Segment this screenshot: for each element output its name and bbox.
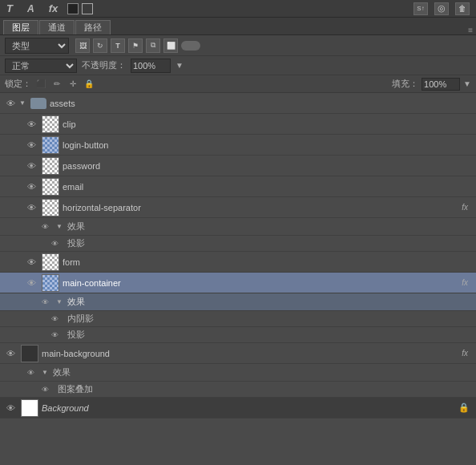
layer-list: 👁 ▼ assets 👁 clip 👁 login-button 👁 passw…	[0, 93, 476, 438]
effect-shadow-1-label: 投影	[67, 237, 85, 249]
fill-label: 填充：	[392, 78, 418, 90]
layer-item-main-background[interactable]: 👁 main-background fx	[0, 343, 476, 364]
expand-effect-1[interactable]: ▼	[54, 222, 64, 232]
filter-copy-icon[interactable]: ⧉	[146, 38, 160, 53]
opacity-arrow[interactable]: ▼	[175, 61, 184, 70]
thumb-form	[42, 253, 59, 271]
lock-move-icon[interactable]: ✛	[67, 78, 79, 91]
blend-row: 正常 不透明度： ▼	[0, 56, 476, 75]
pattern-label: 图案叠加	[58, 383, 93, 395]
tab-bar: 图层 通道 路径 ≡	[0, 18, 476, 35]
toolbar-rect-swatch[interactable]	[82, 3, 93, 14]
toolbar-right-icons: S↑ ◎ 🗑	[413, 2, 470, 15]
layer-name-background: Background	[42, 403, 458, 413]
toolbar-fx: fx	[49, 2, 58, 14]
expand-assets[interactable]: ▼	[18, 99, 27, 108]
sub-eye-effect-3[interactable]: 👁	[24, 366, 37, 379]
filter-shape-icon[interactable]: ⬜	[163, 38, 178, 53]
opacity-input[interactable]	[131, 59, 171, 73]
inner-shadow-label: 内阴影	[67, 313, 94, 325]
blend-mode-select[interactable]: 正常	[5, 59, 77, 73]
folder-icon-assets	[30, 98, 46, 109]
top-toolbar: T A fx S↑ ◎ 🗑	[0, 0, 476, 18]
effect-label-2: 效果	[67, 296, 85, 308]
toolbar-bold-a: A	[27, 3, 34, 14]
layer-item-background[interactable]: 👁 Background 🔒	[0, 398, 476, 418]
lock-position-icon[interactable]: ✏	[50, 78, 63, 91]
filter-refresh-icon[interactable]: ↻	[93, 38, 107, 53]
lock-label: 锁定：	[5, 78, 31, 90]
fill-input[interactable]	[422, 78, 460, 91]
layer-item-pattern[interactable]: 👁 图案叠加	[0, 382, 476, 398]
eye-icon-email[interactable]: 👁	[24, 180, 38, 194]
layer-item-effect-group-3[interactable]: 👁 ▼ 效果	[0, 364, 476, 382]
layer-name-main-background: main-background	[42, 349, 462, 358]
layer-item-clip[interactable]: 👁 clip	[0, 114, 476, 135]
eye-icon-background[interactable]: 👁	[3, 401, 18, 415]
filter-text-icon[interactable]: T	[111, 38, 125, 53]
eye-icon-login-button[interactable]: 👁	[24, 138, 38, 152]
lock-pixels-icon[interactable]: ⬛	[34, 78, 47, 91]
layer-name-clip: clip	[63, 119, 473, 129]
layer-name-password: password	[63, 161, 473, 171]
filter-row: 类型 🖼 ↻ T ⚑ ⧉ ⬜	[0, 35, 476, 56]
eye-icon-h-sep[interactable]: 👁	[24, 200, 38, 215]
filter-type-select[interactable]: 类型	[5, 38, 69, 54]
expand-effect-3[interactable]: ▼	[40, 368, 50, 378]
filter-flag-icon[interactable]: ⚑	[128, 38, 143, 53]
fill-arrow[interactable]: ▼	[463, 79, 471, 88]
sub-eye-inner-shadow[interactable]: 👁	[48, 313, 61, 326]
toolbar-s1-button[interactable]: S↑	[413, 2, 428, 15]
layer-item-effect-group-2[interactable]: 👁 ▼ 效果	[0, 293, 476, 311]
layer-name-main-container: main-container	[63, 278, 462, 288]
eye-icon-main-background[interactable]: 👁	[3, 346, 18, 361]
layer-item-form[interactable]: 👁 form	[0, 252, 476, 273]
layer-name-login-button: login-button	[63, 140, 473, 150]
layer-item-email[interactable]: 👁 email	[0, 176, 476, 197]
layer-item-effect-shadow-2[interactable]: 👁 投影	[0, 327, 476, 343]
sub-eye-effect-1[interactable]: 👁	[38, 220, 51, 233]
opacity-label: 不透明度：	[82, 59, 126, 71]
layer-name-email: email	[63, 182, 473, 192]
eye-icon-assets[interactable]: 👁	[3, 96, 18, 111]
toolbar-italic-t: T	[6, 2, 13, 14]
eye-icon-form[interactable]: 👁	[24, 255, 38, 269]
fx-badge-h-sep: fx	[462, 203, 468, 212]
lock-background-icon: 🔒	[458, 402, 470, 413]
layer-name-h-sep: horizontal-separator	[63, 203, 462, 212]
layer-item-effect-shadow-1[interactable]: 👁 投影	[0, 236, 476, 252]
layer-name-form: form	[63, 257, 473, 267]
layer-item-password[interactable]: 👁 password	[0, 156, 476, 176]
thumb-main-background	[21, 345, 38, 362]
filter-toggle[interactable]	[181, 41, 200, 51]
layer-item-effect-group-1[interactable]: 👁 ▼ 效果	[0, 218, 476, 236]
filter-image-icon[interactable]: 🖼	[75, 38, 90, 53]
thumb-main-container	[42, 274, 59, 292]
sub-eye-shadow-2[interactable]: 👁	[48, 329, 61, 342]
eye-icon-clip[interactable]: 👁	[24, 117, 38, 131]
toolbar-circle-button[interactable]: ◎	[434, 2, 449, 15]
tab-layers[interactable]: 图层	[3, 20, 38, 34]
tab-paths[interactable]: 路径	[75, 20, 111, 34]
toolbar-color-swatch[interactable]	[67, 3, 79, 14]
fx-badge-main-background: fx	[462, 349, 468, 358]
eye-icon-password[interactable]: 👁	[24, 159, 38, 173]
layer-item-main-container[interactable]: 👁 main-container fx	[0, 273, 476, 293]
layer-item-assets[interactable]: 👁 ▼ assets	[0, 93, 476, 114]
lock-all-icon[interactable]: 🔒	[83, 78, 95, 91]
layer-item-login-button[interactable]: 👁 login-button	[0, 135, 476, 156]
thumb-password	[42, 157, 59, 175]
panel-menu-icon[interactable]: ≡	[468, 26, 473, 34]
sub-eye-effect-2[interactable]: 👁	[38, 296, 51, 309]
sub-eye-shadow-1[interactable]: 👁	[48, 237, 61, 250]
eye-icon-main-container[interactable]: 👁	[24, 276, 38, 290]
layer-item-inner-shadow[interactable]: 👁 内阴影	[0, 311, 476, 327]
layer-item-horizontal-separator[interactable]: 👁 horizontal-separator fx	[0, 197, 476, 218]
thumb-h-sep	[42, 199, 59, 216]
effect-shadow-2-label: 投影	[67, 329, 85, 341]
thumb-email	[42, 178, 59, 196]
tab-channels[interactable]: 通道	[39, 20, 75, 34]
expand-effect-2[interactable]: ▼	[54, 297, 64, 307]
sub-eye-pattern[interactable]: 👁	[38, 383, 51, 396]
toolbar-delete-button[interactable]: 🗑	[455, 2, 470, 15]
